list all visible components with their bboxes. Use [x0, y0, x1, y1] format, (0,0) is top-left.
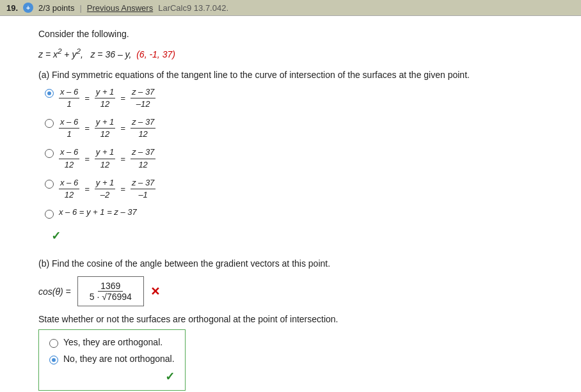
frac-4-2: y + 1 –2	[95, 177, 116, 201]
option-item-4: x – 6 12 = y + 1 –2 = z – 37 –1	[45, 177, 562, 201]
orthogonal-box: Yes, they are orthogonal. No, they are n…	[38, 329, 186, 391]
frac-1-3: z – 37 –12	[131, 86, 155, 110]
points-badge: +	[23, 3, 33, 13]
state-text: State whether or not the surfaces are or…	[38, 314, 562, 324]
option-item-2: x – 6 1 = y + 1 12 = z – 37 12	[45, 116, 562, 140]
radio-option-2[interactable]	[45, 119, 54, 128]
equations-line: z = x2 + y2, z = 36 – y, (6, -1, 37)	[38, 47, 562, 59]
part-a-label: (a) Find symmetric equations of the tang…	[38, 70, 562, 80]
cos-numerator: 1369	[98, 281, 123, 292]
frac-4-3: z – 37 –1	[131, 177, 155, 201]
separator: |	[79, 3, 81, 13]
source-label: LarCalc9 13.7.042.	[158, 3, 228, 13]
radio-option-4[interactable]	[45, 180, 54, 189]
orth-option-no: No, they are not orthogonal.	[49, 353, 175, 365]
consider-text: Consider the following.	[38, 29, 562, 39]
prev-answers-link[interactable]: Previous Answers	[87, 3, 153, 13]
part-a-checkmark: ✓	[51, 229, 562, 243]
cos-label: cos(θ) =	[38, 286, 71, 297]
radio-option-1[interactable]	[45, 89, 54, 98]
point-label: (6, -1, 37)	[136, 49, 175, 59]
frac-2-1: x – 6 1	[59, 116, 79, 140]
fraction-expr-2: x – 6 1 = y + 1 12 = z – 37 12	[59, 116, 155, 140]
part-b: (b) Find the cosine of the angle between…	[38, 258, 562, 391]
main-content: Consider the following. z = x2 + y2, z =…	[0, 16, 581, 392]
fraction-expr-4: x – 6 12 = y + 1 –2 = z – 37 –1	[59, 177, 155, 201]
cos-fraction: 1369 5 · √76994	[87, 281, 134, 302]
orth-option-yes: Yes, they are orthogonal.	[49, 336, 175, 348]
frac-4-1: x – 6 12	[59, 177, 79, 201]
cos-line: cos(θ) = 1369 5 · √76994 ✕	[38, 276, 562, 306]
equations-text: z = x2 + y2, z = 36 – y,	[38, 49, 136, 59]
fraction-expr-1: x – 6 1 = y + 1 12 = z – 37 –12	[59, 86, 155, 110]
frac-3-3: z – 37 12	[131, 146, 155, 170]
radio-orth-no[interactable]	[49, 356, 58, 365]
radio-orth-yes[interactable]	[49, 339, 58, 348]
option-item-1: x – 6 1 = y + 1 12 = z – 37 –12	[45, 86, 562, 110]
orth-yes-label: Yes, they are orthogonal.	[63, 337, 163, 347]
fraction-expr-3: x – 6 12 = y + 1 12 = z – 37 12	[59, 146, 155, 170]
frac-2-3: z – 37 12	[131, 116, 155, 140]
frac-3-1: x – 6 12	[59, 146, 79, 170]
frac-1-2: y + 1 12	[95, 86, 116, 110]
frac-2-2: y + 1 12	[95, 116, 116, 140]
option5-text: x – 6 = y + 1 = z – 37	[59, 207, 137, 217]
header-bar: 19. + 2/3 points | Previous Answers LarC…	[0, 0, 581, 16]
orth-no-label: No, they are not orthogonal.	[63, 354, 175, 364]
points-text: 2/3 points	[38, 3, 74, 13]
part-b-label: (b) Find the cosine of the angle between…	[38, 258, 562, 269]
question-number: 19.	[6, 3, 18, 13]
radio-option-5[interactable]	[45, 210, 54, 219]
cos-answer-box: 1369 5 · √76994	[77, 276, 144, 306]
option-item-3: x – 6 12 = y + 1 12 = z – 37 12	[45, 146, 562, 170]
options-list: x – 6 1 = y + 1 12 = z – 37 –12 x	[38, 86, 562, 219]
cos-denominator: 5 · √76994	[87, 292, 134, 302]
option-item-5: x – 6 = y + 1 = z – 37	[45, 207, 562, 219]
radio-option-3[interactable]	[45, 149, 54, 158]
frac-3-2: y + 1 12	[95, 146, 116, 170]
x-mark-icon[interactable]: ✕	[150, 285, 160, 299]
frac-1-1: x – 6 1	[59, 86, 79, 110]
orth-checkmark: ✓	[49, 370, 175, 384]
